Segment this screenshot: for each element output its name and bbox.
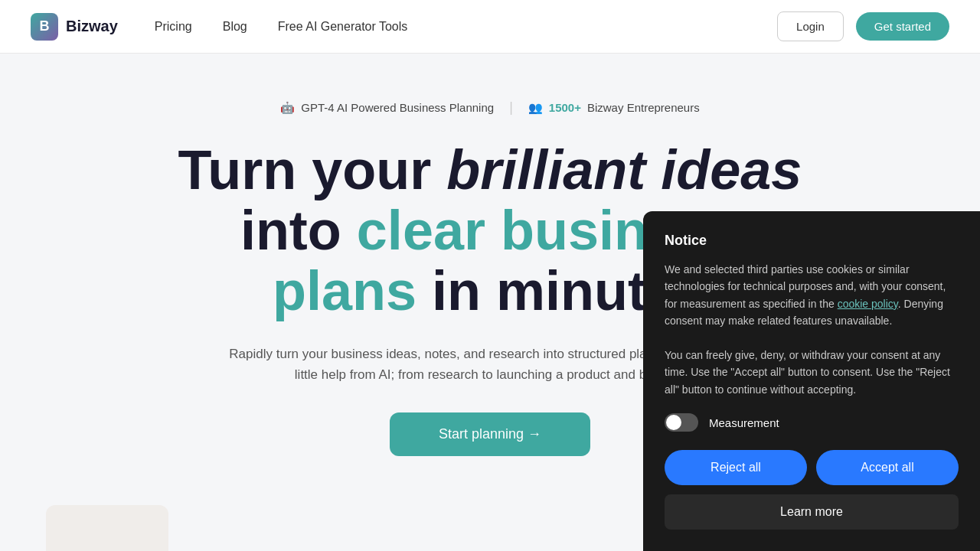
logo-text: Bizway	[66, 18, 118, 35]
entrepreneurs-badge: 👥 1500+ Bizway Entrepreneurs	[528, 101, 700, 115]
badge2-text: Bizway Entrepreneurs	[587, 101, 700, 114]
cookie-title: Notice	[665, 233, 959, 249]
cookie-body: We and selected third parties use cookie…	[665, 261, 959, 398]
reject-all-button[interactable]: Reject all	[665, 450, 807, 485]
get-started-button[interactable]: Get started	[856, 12, 949, 41]
measurement-label: Measurement	[709, 416, 779, 429]
logo[interactable]: B Bizway	[31, 13, 118, 41]
cookie-body3: You can freely give, deny, or withdraw y…	[665, 349, 950, 396]
bottom-card	[46, 505, 168, 551]
start-planning-button[interactable]: Start planning →	[390, 412, 590, 456]
navbar: B Bizway Pricing Blog Free AI Generator …	[0, 0, 980, 54]
logo-icon: B	[31, 13, 58, 41]
badge1-text: GPT-4 AI Powered Business Planning	[301, 101, 494, 114]
title-teal2: plans	[273, 260, 416, 321]
login-button[interactable]: Login	[777, 11, 844, 41]
nav-links: Pricing Blog Free AI Generator Tools	[155, 20, 408, 34]
people-icon: 👥	[528, 101, 543, 115]
measurement-row: Measurement	[665, 413, 959, 432]
badge-divider: |	[509, 99, 513, 116]
nav-link-blog[interactable]: Blog	[223, 20, 247, 34]
cookie-action-buttons: Reject all Accept all	[665, 450, 959, 485]
learn-more-button[interactable]: Learn more	[665, 494, 959, 530]
toggle-knob	[666, 415, 681, 430]
accept-all-button[interactable]: Accept all	[816, 450, 959, 485]
nav-link-pricing[interactable]: Pricing	[155, 20, 192, 34]
navbar-right: Login Get started	[777, 11, 949, 41]
cookie-policy-link[interactable]: cookie policy	[838, 298, 898, 310]
title-part1: Turn your	[178, 139, 447, 201]
title-italic: brilliant ideas	[446, 139, 802, 201]
cookie-modal: Notice We and selected third parties use…	[643, 211, 980, 551]
badge2-count: 1500+	[549, 101, 581, 114]
robot-icon: 🤖	[280, 101, 295, 115]
measurement-toggle[interactable]	[665, 413, 698, 432]
nav-link-tools[interactable]: Free AI Generator Tools	[278, 20, 408, 34]
title-into: into	[240, 200, 357, 261]
gpt4-badge: 🤖 GPT-4 AI Powered Business Planning	[280, 101, 494, 115]
hero-badges: 🤖 GPT-4 AI Powered Business Planning | 👥…	[280, 99, 699, 116]
navbar-left: B Bizway Pricing Blog Free AI Generator …	[31, 13, 407, 41]
